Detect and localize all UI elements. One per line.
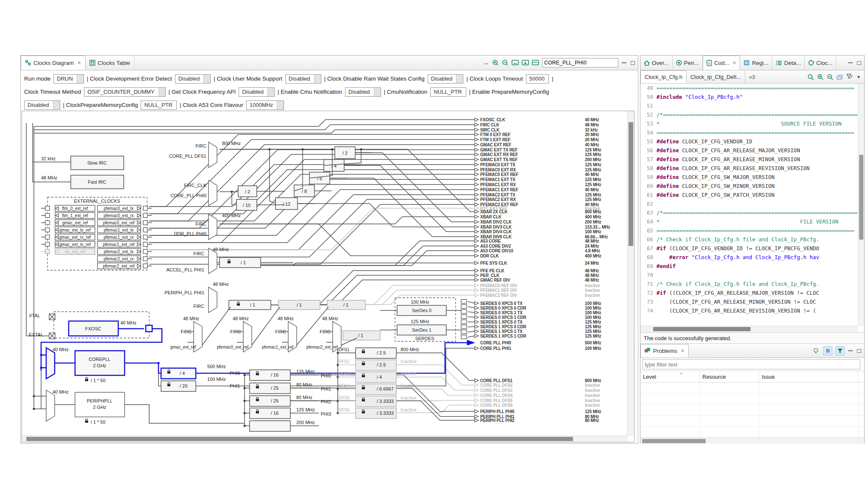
view-tab-peri[interactable]: Peri... <box>673 56 703 70</box>
view-tab-over[interactable]: Over... <box>640 56 673 70</box>
setting-value-disabled[interactable]: Disabled <box>285 74 321 84</box>
clock-output-row-core-pll-dfs1[interactable]: CORE PLL DFS1800 MHz <box>475 378 601 383</box>
fit-window-icon[interactable] <box>512 60 519 66</box>
dfs-divider-dfs1[interactable] <box>356 348 396 358</box>
column-header-resource[interactable]: Resource <box>700 371 759 382</box>
clock-output-row-ddr-clk[interactable]: DDR CLK400 MHz <box>475 254 601 258</box>
clock-output-row-ftm-0-ext-ref[interactable]: FTM 0 EXT REF20 MHz <box>475 132 599 137</box>
setting-value-disabled[interactable]: Disabled <box>239 87 275 97</box>
port-square[interactable] <box>45 213 50 218</box>
scrollbar-thumb[interactable] <box>642 439 706 443</box>
zoom-in-icon[interactable] <box>492 59 499 66</box>
port-square[interactable] <box>45 206 50 210</box>
clock-output-row-serdes-0-xpcs-0-tx[interactable]: SERDES 0 XPCS 0 TX100 MHz <box>475 301 601 306</box>
scrollbar-thumb[interactable] <box>629 122 633 246</box>
dfs-divider-dfs3[interactable] <box>356 372 396 383</box>
clock-output-row-serdes-1-xpcs-1-tx[interactable]: SERDES 1 XPCS 1 TX125 MHz <box>475 329 601 334</box>
setting-value-disabled[interactable]: Disabled <box>24 101 60 110</box>
spinner[interactable] <box>53 101 60 109</box>
zoom-out-icon[interactable] <box>502 59 509 66</box>
clock-output-row-periph-pll-phi0[interactable]: PERIPH PLL PHI0125 MHz <box>475 409 601 414</box>
port-square[interactable] <box>45 249 50 254</box>
scrollbar-thumb[interactable] <box>653 327 751 331</box>
fit-width-icon[interactable] <box>522 60 529 66</box>
spinner[interactable] <box>456 75 463 83</box>
clock-output-row-firc-clk[interactable]: FIRC CLK48 MHz <box>475 123 599 127</box>
editor-vscrollbar[interactable] <box>858 84 864 326</box>
clock-output-row-pfemac1-ext-rx[interactable]: PFEMAC1 EXT RX125 MHz <box>475 182 601 187</box>
clock-output-row-pfe-sys-clk[interactable]: PFE SYS CLK24 MHz <box>475 261 599 265</box>
quick-fix-icon[interactable] <box>812 346 820 355</box>
port-square[interactable] <box>45 235 50 239</box>
clock-mux-0[interactable] <box>209 142 217 168</box>
column-header-issue[interactable]: Issue <box>759 371 858 382</box>
clock-output-row-pfemac0-ext-ref[interactable]: PFEMAC0 EXT REF40 MHz <box>475 172 599 177</box>
clock-output-row-gmac-ext-rx-ref[interactable]: GMAC EXT RX REF125 MHz <box>475 152 601 157</box>
minimize-icon[interactable] <box>848 349 853 353</box>
clock-output-row-a53-core-div2[interactable]: A53 CORE DIV224 MHz <box>475 244 599 249</box>
code-line-68[interactable]: 68 #error "Clock_Ip_Cfg.h and Clock_Ip_P… <box>640 253 864 262</box>
code-line-71[interactable]: 71/* Check if Clock_Ip_Cfg.h file and Cl… <box>640 279 864 288</box>
setting-value-disabled[interactable]: Disabled <box>345 87 381 97</box>
divider-/20[interactable] <box>161 381 196 391</box>
scrollbar-thumb[interactable] <box>859 155 863 240</box>
minimize-icon[interactable] <box>848 61 853 65</box>
clock-output-row-pfemac0-ref-div[interactable]: PFEMAC0 REF DIVInactive <box>475 283 600 288</box>
serdes-port[interactable] <box>461 330 467 334</box>
problems-hscrollbar[interactable] <box>640 438 864 444</box>
clock-output-row-core-pll-dfs5[interactable]: CORE PLL DFS5Inactive <box>475 398 600 403</box>
code-line-58[interactable]: 58#define CLOCK_IP_CFG_AR_RELEASE_REVISI… <box>640 164 864 173</box>
view-tab-cod[interactable]: cCod...✕ <box>703 56 740 70</box>
code-line-57[interactable]: 57#define CLOCK_IP_CFG_AR_RELEASE_MINOR_… <box>640 155 864 164</box>
corepll-mux[interactable] <box>46 348 55 379</box>
clock-output-row-core-pll-dfs4[interactable]: CORE PLL DFS4Inactive <box>475 393 600 398</box>
port-square[interactable] <box>143 249 147 254</box>
code-line-51[interactable]: 51 <box>640 101 864 110</box>
periphpll-mux[interactable] <box>46 390 55 421</box>
port-square[interactable] <box>45 221 50 225</box>
column-header-level[interactable]: Level˅ <box>640 371 700 382</box>
spinner[interactable] <box>267 88 274 96</box>
diagram-vscrollbar[interactable] <box>627 111 634 436</box>
port-square[interactable] <box>143 242 147 246</box>
port-square[interactable] <box>143 257 147 261</box>
clock-output-row-a53-core[interactable]: A53 CORE48 MHz <box>475 239 599 243</box>
clock-output-row-xbar-div4-clk[interactable]: XBAR DIV4 CLK100 MHz <box>475 229 601 234</box>
clock-output-row-pfemac1-ref-div[interactable]: PFEMAC1 REF DIVInactive <box>475 288 600 293</box>
clock-output-row-core-pll-dfs3[interactable]: CORE PLL DFS3Inactive <box>475 388 600 393</box>
divider-/ 25[interactable] <box>250 383 290 394</box>
code-line-73[interactable]: 73 (CLOCK_IP_CFG_AR_RELEASE_MINOR_VERSIO… <box>640 297 864 306</box>
code-editor[interactable]: 49======================================… <box>640 84 864 332</box>
editor-tab-overflow[interactable]: »3 <box>745 70 759 83</box>
port-square[interactable] <box>143 213 147 218</box>
serdes-port[interactable] <box>461 335 467 339</box>
maximize-icon[interactable] <box>630 61 635 65</box>
port-square[interactable] <box>143 264 147 268</box>
clock-output-row-gmac-ext-ref[interactable]: GMAC EXT REF40 MHz <box>475 143 599 147</box>
clock-mux-1[interactable] <box>209 180 217 206</box>
close-icon[interactable]: ✕ <box>732 60 736 66</box>
port-square[interactable] <box>45 242 50 246</box>
code-line-67[interactable]: 67#if (CLOCK_IP_CFG_VENDOR_ID != CLOCK_I… <box>640 244 864 253</box>
port-square[interactable] <box>143 221 147 225</box>
clock-output-row-xbar-div3-clk[interactable]: XBAR DIV3 CLK133.33... MHz <box>475 225 610 229</box>
port-square[interactable] <box>143 235 147 239</box>
filter-funnel-icon[interactable] <box>835 346 845 355</box>
dropdown-caret-icon[interactable]: ▼ <box>857 75 861 79</box>
code-line-54[interactable]: 54======================================… <box>640 128 864 137</box>
serdes-port[interactable] <box>461 325 467 329</box>
code-line-50[interactable]: 50#include "Clock_Ip_PBcfg.h" <box>640 92 864 101</box>
clocks-diagram-canvas[interactable]: Slow IRC32 kHzFast IRC48 MHzEXTERNAL_CLO… <box>22 111 634 442</box>
code-line-63[interactable]: 63/*====================================… <box>640 208 864 217</box>
view-tab-regi[interactable]: Regi... <box>740 56 772 70</box>
code-line-74[interactable]: 74 (CLOCK_IP_CFG_AR_RELEASE_REVISION_VER… <box>640 306 864 315</box>
clock-output-row-pfemac1-ext-ref[interactable]: PFEMAC1 EXT REF40 MHz <box>475 187 599 192</box>
divider-/ 25[interactable] <box>250 396 290 406</box>
clock-output-row-pfemac2-ext-tx[interactable]: PFEMAC2 EXT TX125 MHz <box>475 193 601 197</box>
clock-output-row-serdes-1-xpcs-0-tx[interactable]: SERDES 1 XPCS 0 TX125 MHz <box>475 320 601 324</box>
spinner[interactable] <box>374 88 381 96</box>
linked-editor-icon[interactable] <box>837 74 843 80</box>
setting-value-50000[interactable]: 50000 <box>526 74 549 84</box>
maximize-icon[interactable] <box>856 61 862 65</box>
spinner[interactable] <box>203 75 210 83</box>
